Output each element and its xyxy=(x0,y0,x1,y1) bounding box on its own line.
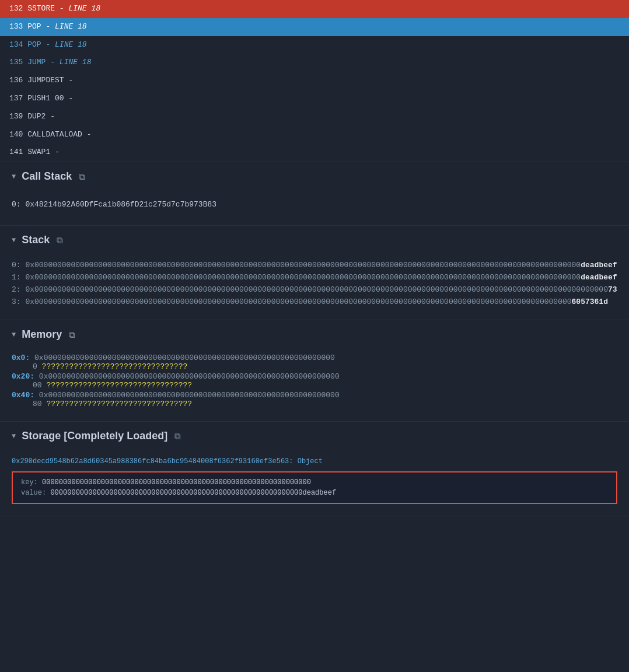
opcode-item[interactable]: 132 SSTORE - LINE 18 xyxy=(0,0,629,18)
opcode-item[interactable]: 135 JUMP - LINE 18 xyxy=(0,54,629,72)
storage-key-label: key: xyxy=(21,478,38,487)
call-stack-chevron-icon: ▼ xyxy=(12,173,16,181)
call-stack-panel: ▼ Call Stack ⧉ 0: 0x48214b92A60DfFca1b08… xyxy=(0,162,629,226)
call-stack-title: Call Stack xyxy=(22,170,72,183)
stack-row: 0: 0x00000000000000000000000000000000000… xyxy=(12,259,617,271)
opcode-item[interactable]: 141 SWAP1 - xyxy=(0,144,629,162)
opcode-item[interactable]: 136 JUMPDEST - xyxy=(0,72,629,90)
stack-body: 0: 0x00000000000000000000000000000000000… xyxy=(0,254,629,320)
stack-header[interactable]: ▼ Stack ⧉ xyxy=(0,226,629,254)
memory-chevron-icon: ▼ xyxy=(12,331,16,339)
memory-header[interactable]: ▼ Memory ⧉ xyxy=(0,320,629,349)
storage-key-row: key: 00000000000000000000000000000000000… xyxy=(21,477,608,488)
stack-copy-button[interactable]: ⧉ xyxy=(55,235,64,246)
opcode-item[interactable]: 139 DUP2 - xyxy=(0,108,629,126)
storage-value-value: 0000000000000000000000000000000000000000… xyxy=(50,489,336,497)
call-stack-body: 0: 0x48214b92A60DfFca1b086fD21c275d7c7b9… xyxy=(0,191,629,225)
memory-row: 0x20: 0x00000000000000000000000000000000… xyxy=(12,372,617,390)
memory-row: 0x40: 0x00000000000000000000000000000000… xyxy=(12,391,617,408)
callstack-item: 0: 0x48214b92A60DfFca1b086fD21c275d7c7b9… xyxy=(12,195,617,214)
stack-row: 3: 0x00000000000000000000000000000000000… xyxy=(12,296,617,308)
storage-value-row: value: 000000000000000000000000000000000… xyxy=(21,488,608,498)
memory-row: 0x0: 0x000000000000000000000000000000000… xyxy=(12,354,617,371)
stack-row: 2: 0x00000000000000000000000000000000000… xyxy=(12,284,617,296)
storage-key-value: 0000000000000000000000000000000000000000… xyxy=(42,478,311,487)
storage-chevron-icon: ▼ xyxy=(12,432,16,440)
memory-panel: ▼ Memory ⧉ 0x0: 0x0000000000000000000000… xyxy=(0,320,629,422)
stack-panel: ▼ Stack ⧉ 0: 0x0000000000000000000000000… xyxy=(0,226,629,320)
call-stack-header[interactable]: ▼ Call Stack ⧉ xyxy=(0,162,629,191)
stack-chevron-icon: ▼ xyxy=(12,236,16,244)
storage-copy-button[interactable]: ⧉ xyxy=(173,431,182,442)
stack-row: 1: 0x00000000000000000000000000000000000… xyxy=(12,271,617,284)
storage-title: Storage [Completely Loaded] xyxy=(22,430,167,442)
memory-body: 0x0: 0x000000000000000000000000000000000… xyxy=(0,349,629,421)
stack-title: Stack xyxy=(22,234,50,246)
storage-tree-item: 0x290decd9548b62a8d60345a988386fc84ba6bc… xyxy=(12,455,617,468)
storage-body: 0x290decd9548b62a8d60345a988386fc84ba6bc… xyxy=(0,450,629,516)
opcode-item[interactable]: 140 CALLDATALOAD - xyxy=(0,126,629,144)
memory-title: Memory xyxy=(22,328,62,341)
opcode-item[interactable]: 133 POP - LINE 18 xyxy=(0,18,629,36)
opcode-list: 132 SSTORE - LINE 18133 POP - LINE 18134… xyxy=(0,0,629,162)
memory-copy-button[interactable]: ⧉ xyxy=(68,330,76,340)
call-stack-copy-button[interactable]: ⧉ xyxy=(78,172,86,182)
opcode-item[interactable]: 137 PUSH1 00 - xyxy=(0,90,629,108)
storage-value-label: value: xyxy=(21,489,46,497)
storage-kv-box: key: 00000000000000000000000000000000000… xyxy=(12,471,617,504)
opcode-item[interactable]: 134 POP - LINE 18 xyxy=(0,36,629,54)
storage-panel: ▼ Storage [Completely Loaded] ⧉ 0x290dec… xyxy=(0,422,629,516)
storage-header[interactable]: ▼ Storage [Completely Loaded] ⧉ xyxy=(0,422,629,450)
